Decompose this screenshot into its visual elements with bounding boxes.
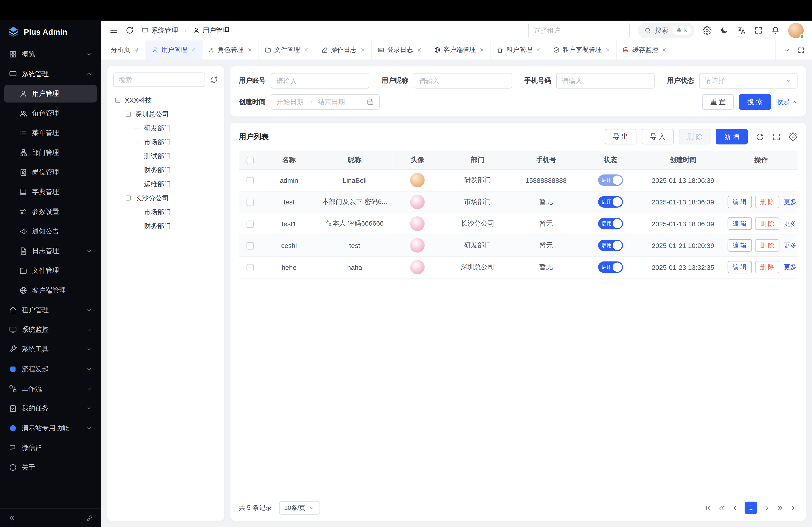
breadcrumb-system[interactable]: 系统管理 bbox=[142, 26, 178, 35]
tab-tenant-package-mgmt[interactable]: 租户套餐管理 bbox=[548, 40, 617, 60]
tab-user-mgmt[interactable]: 用户管理 bbox=[146, 40, 202, 60]
tree-node[interactable]: 市场部门 bbox=[114, 135, 218, 149]
tree-node[interactable]: 深圳总公司 bbox=[114, 107, 218, 121]
close-icon[interactable] bbox=[605, 47, 611, 53]
last-page-icon[interactable] bbox=[790, 504, 797, 512]
row-checkbox[interactable] bbox=[246, 242, 253, 249]
tree-node[interactable]: 研发部门 bbox=[114, 121, 218, 135]
more-button[interactable]: 更多 bbox=[784, 220, 796, 227]
status-toggle[interactable]: 启用 bbox=[598, 196, 623, 208]
tab-tenant-mgmt[interactable]: 租户管理 bbox=[491, 40, 548, 60]
tree-node[interactable]: 财务部门 bbox=[114, 163, 218, 177]
fullscreen-icon[interactable] bbox=[754, 26, 763, 35]
row-checkbox[interactable] bbox=[246, 264, 253, 271]
sidebar-item-wechat-group[interactable]: 微信群 bbox=[4, 439, 97, 457]
sidebar-item-user-mgmt[interactable]: 用户管理 bbox=[4, 85, 97, 103]
sidebar-item-role-mgmt[interactable]: 角色管理 bbox=[4, 105, 97, 122]
edit-button[interactable]: 编 辑 bbox=[727, 261, 752, 273]
status-toggle[interactable]: 启用 bbox=[598, 175, 623, 186]
global-search[interactable]: 搜索 ⌘ K bbox=[638, 22, 695, 38]
close-icon[interactable] bbox=[416, 47, 422, 53]
sidebar-item-dict-mgmt[interactable]: 字典管理 bbox=[4, 183, 97, 201]
close-icon[interactable] bbox=[247, 47, 252, 53]
status-toggle[interactable]: 启用 bbox=[598, 261, 623, 273]
tree-node[interactable]: 运维部门 bbox=[114, 177, 218, 191]
filter-account-input[interactable] bbox=[271, 73, 369, 89]
tab-analysis[interactable]: 分析页 bbox=[105, 40, 146, 60]
app-logo[interactable]: Plus Admin bbox=[0, 21, 101, 42]
sidebar-item-tenant-mgmt[interactable]: 租户管理 bbox=[4, 301, 97, 319]
prev-5-pages-icon[interactable] bbox=[718, 504, 725, 512]
sidebar-item-about[interactable]: 关于 bbox=[4, 459, 97, 476]
sidebar-item-file-mgmt[interactable]: 文件管理 bbox=[4, 262, 97, 280]
sidebar-item-system-monitor[interactable]: 系统监控 bbox=[4, 321, 97, 338]
sidebar-item-workflow[interactable]: 工作流 bbox=[4, 380, 97, 397]
reset-button[interactable]: 重 置 bbox=[702, 94, 734, 110]
more-button[interactable]: 更多 bbox=[784, 263, 796, 270]
sidebar-item-process-start[interactable]: 流程发起 bbox=[4, 360, 97, 378]
minus-square-icon[interactable] bbox=[125, 111, 131, 118]
delete-button[interactable]: 删 除 bbox=[755, 261, 780, 273]
first-page-icon[interactable] bbox=[704, 504, 712, 512]
close-icon[interactable] bbox=[479, 47, 485, 53]
edit-button[interactable]: 编 辑 bbox=[727, 239, 752, 252]
row-checkbox[interactable] bbox=[246, 221, 253, 228]
pin-icon[interactable] bbox=[133, 47, 140, 53]
tab-cache-monitor[interactable]: 缓存监控 bbox=[617, 40, 673, 60]
hamburger-icon[interactable] bbox=[109, 26, 118, 35]
sidebar-item-param-settings[interactable]: 参数设置 bbox=[4, 203, 97, 221]
sidebar-item-overview[interactable]: 概览 bbox=[4, 46, 97, 63]
collapse-sidebar-icon[interactable] bbox=[8, 514, 16, 522]
tab-op-log[interactable]: 操作日志 bbox=[315, 40, 372, 60]
search-button[interactable]: 搜 索 bbox=[739, 94, 771, 110]
filter-status-select[interactable]: 请选择 bbox=[699, 73, 797, 89]
table-fullscreen-icon[interactable] bbox=[772, 132, 781, 141]
status-toggle[interactable]: 启用 bbox=[598, 218, 623, 229]
collapse-filters-link[interactable]: 收起 bbox=[777, 97, 798, 107]
settings-icon[interactable] bbox=[703, 26, 712, 35]
tab-client-mgmt[interactable]: 客户端管理 bbox=[428, 40, 491, 60]
close-icon[interactable] bbox=[303, 47, 309, 53]
minus-square-icon[interactable] bbox=[114, 97, 121, 104]
prev-page-icon[interactable] bbox=[731, 504, 739, 512]
next-5-pages-icon[interactable] bbox=[777, 504, 784, 512]
notifications-icon[interactable] bbox=[771, 26, 780, 35]
sidebar-item-system-tools[interactable]: 系统工具 bbox=[4, 341, 97, 358]
sidebar-item-menu-mgmt[interactable]: 菜单管理 bbox=[4, 124, 97, 142]
dept-search-input[interactable] bbox=[114, 73, 205, 87]
delete-button[interactable]: 删 除 bbox=[679, 129, 710, 145]
edit-button[interactable]: 编 辑 bbox=[727, 196, 752, 208]
edit-button[interactable]: 编 辑 bbox=[727, 217, 752, 230]
tree-node[interactable]: 长沙分公司 bbox=[114, 191, 218, 205]
export-button[interactable]: 导 出 bbox=[605, 129, 636, 145]
delete-button[interactable]: 删 除 bbox=[755, 239, 780, 252]
sidebar-item-demo-features[interactable]: 演示站专用功能 bbox=[4, 419, 97, 437]
close-icon[interactable] bbox=[661, 47, 667, 53]
close-icon[interactable] bbox=[190, 47, 196, 53]
tree-node[interactable]: 市场部门 bbox=[114, 205, 218, 219]
tab-role-mgmt[interactable]: 角色管理 bbox=[202, 40, 259, 60]
sidebar-item-dept-mgmt[interactable]: 部门管理 bbox=[4, 144, 97, 161]
import-button[interactable]: 导 入 bbox=[642, 129, 673, 145]
user-avatar[interactable] bbox=[788, 22, 804, 38]
sidebar-item-system-mgmt[interactable]: 系统管理 bbox=[4, 65, 97, 83]
sidebar-item-client-mgmt[interactable]: 客户端管理 bbox=[4, 282, 97, 299]
tree-node[interactable]: 测试部门 bbox=[114, 149, 218, 163]
more-button[interactable]: 更多 bbox=[784, 198, 796, 205]
select-all-checkbox[interactable] bbox=[246, 157, 253, 164]
delete-button[interactable]: 删 除 bbox=[755, 196, 780, 208]
page-size-select[interactable]: 10条/页 bbox=[279, 501, 320, 515]
next-page-icon[interactable] bbox=[763, 504, 770, 512]
page-number-1[interactable]: 1 bbox=[745, 502, 757, 514]
delete-button[interactable]: 删 除 bbox=[755, 217, 780, 230]
filter-phone-input[interactable] bbox=[556, 73, 655, 89]
tab-login-log[interactable]: 登录日志 bbox=[372, 40, 428, 60]
sidebar-item-log-mgmt[interactable]: 日志管理 bbox=[4, 242, 97, 260]
sidebar-item-notice[interactable]: 通知公告 bbox=[4, 223, 97, 240]
table-settings-icon[interactable] bbox=[789, 132, 798, 141]
tree-node[interactable]: 财务部门 bbox=[114, 219, 218, 233]
breadcrumb-user[interactable]: 用户管理 bbox=[193, 26, 229, 35]
refresh-table-icon[interactable] bbox=[756, 132, 765, 141]
content-fullscreen-icon[interactable] bbox=[798, 46, 805, 54]
add-button[interactable]: 新 增 bbox=[716, 129, 748, 145]
